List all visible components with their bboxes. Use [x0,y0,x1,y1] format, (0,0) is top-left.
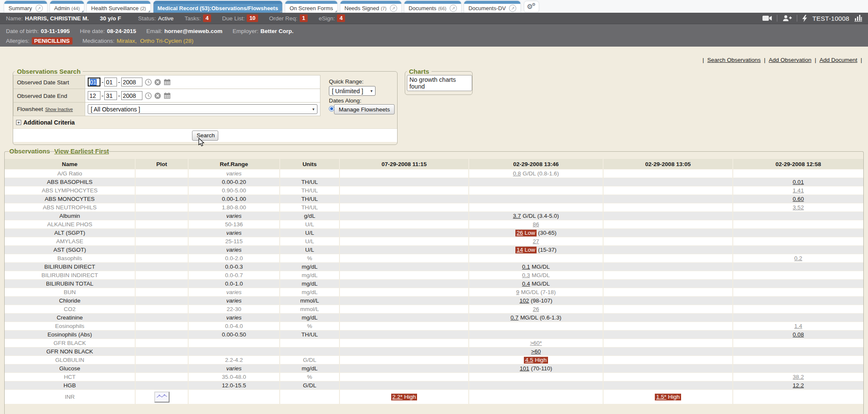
due-list-badge[interactable]: 10 [247,14,258,22]
value-cell [733,263,863,271]
plot-cell [136,381,189,390]
plot-sparkline-button[interactable] [154,392,170,403]
expand-plus-icon[interactable]: + [16,120,21,125]
tab-documents[interactable]: Documents(66)↗ [404,1,461,13]
tab-summary[interactable]: Summary↗ [4,1,47,13]
observation-value-link[interactable]: 1.5* [656,394,666,400]
value-cell: >60* [469,339,604,347]
add-person-icon[interactable] [782,15,792,22]
tab-health-surveillance[interactable]: Health Surveillance(2) [87,1,150,13]
allergy-badge[interactable]: PENICILLINS [32,37,72,44]
observation-value-link[interactable]: 14 [517,247,523,253]
growth-chart-icon[interactable] [854,15,862,22]
calendar-icon[interactable] [164,79,171,86]
external-link-icon[interactable]: ↗ [450,5,457,12]
clear-date-icon[interactable] [154,92,161,99]
add-document-link[interactable]: Add Document [819,57,857,63]
search-button[interactable]: Search [192,131,218,141]
tab-medical-record-53-observations-flowsheets[interactable]: Medical Record (53):Observations/Flowshe… [153,1,283,13]
observation-value-link[interactable]: 0.60 [793,196,804,202]
ref-range: 0.00-0.50 [189,331,280,339]
add-observation-link[interactable]: Add Observation [769,57,812,63]
tab-documents-dv[interactable]: Documents-DV↗ [464,1,520,13]
observation-value-link[interactable]: 101 [520,365,529,372]
external-link-icon[interactable]: ↗ [390,5,397,12]
observation-value-link[interactable]: 38.2 [793,374,804,380]
value-cell [340,314,469,322]
observation-value-link[interactable]: 102 [520,297,529,304]
units: U/L [280,220,340,229]
observation-value-link[interactable]: 0.8 [513,170,521,177]
observation-value-link[interactable]: 0.08 [793,331,804,338]
date-end-year-input[interactable]: 2008 [121,91,142,100]
observation-value-link[interactable]: 86 [533,221,539,228]
plot-cell [136,339,189,347]
date-end-day-input[interactable]: 31 [104,91,117,100]
value-cell [733,237,863,246]
observation-value-link[interactable]: 4.5 [525,357,533,363]
clock-icon[interactable] [145,79,152,86]
value-units-range: MG/DL [532,281,550,287]
observation-value-link[interactable]: 0.1 [522,264,530,270]
table-row: ABS MONOCYTES0.00-1.00TH/UL0.60 [5,195,863,203]
tab-on-screen-forms[interactable]: On Screen Forms [285,1,337,13]
observation-value-link[interactable]: 9 [516,289,520,295]
value-cell [340,237,469,246]
observation-value-link[interactable]: 27 [533,238,539,245]
observation-value-link[interactable]: >60 [531,348,541,355]
additional-criteria-row: + Additional Criteria [13,116,397,128]
observation-value-link[interactable]: 12.2 [793,382,804,389]
search-observations-link[interactable]: Search Observations [707,57,761,63]
external-link-icon[interactable]: ↗ [36,5,43,12]
medication-link[interactable]: Miralax [117,38,135,44]
flowsheet-row: FlowsheetShow Inactive [ All Observation… [13,103,397,116]
order-req-badge[interactable]: 1 [300,14,308,22]
ref-range: 25-115 [189,237,280,246]
observation-value-link[interactable]: 3.7 [513,213,521,219]
observation-value-link[interactable]: 1.41 [793,187,804,194]
medication-link[interactable]: Ortho Tri-Cyclen (28) [140,38,193,44]
date-start-day-input[interactable]: 01 [104,78,117,86]
show-inactive-link[interactable]: Show Inactive [45,107,73,112]
calendar-icon[interactable] [164,92,171,99]
table-row: Chloridevariesmmol/L102(98-107) [5,297,863,305]
lightning-icon[interactable] [802,15,807,22]
tab-label: Admin [54,5,70,11]
observation-value-link[interactable]: 26 [533,306,539,312]
plot-cell [136,212,189,220]
observation-name: Basophils [5,254,136,263]
observation-value-link[interactable]: 0.4 [522,281,530,287]
tab-settings[interactable]: ⚙⚙ [524,1,539,12]
tab-admin[interactable]: Admin(44) [50,1,84,13]
observation-value-link[interactable]: 26 [517,230,523,236]
observation-value-link[interactable]: 3.52 [793,204,804,211]
esign-badge[interactable]: 4 [337,14,345,22]
manage-flowsheets-button[interactable]: Manage Flowsheets [334,104,395,114]
video-camera-icon[interactable] [762,15,772,21]
plot-cell [136,373,189,381]
clock-icon[interactable] [145,92,152,99]
clear-date-icon[interactable] [154,79,161,86]
value-cell: 86 [469,220,604,229]
observation-value-link[interactable]: 0.3 [522,272,530,278]
external-link-icon[interactable]: ↗ [509,5,516,12]
quick-range-select[interactable]: [ Unlimited ]▾ [329,86,376,96]
observation-value-link[interactable]: >60* [530,340,542,346]
flowsheet-select[interactable]: [ All Observations ]▾ [88,104,317,114]
date-end-month-input[interactable]: 12 [88,91,100,100]
tab-needs-signed[interactable]: Needs Signed(7)↗ [340,1,401,13]
ref-range: 35.0-48.0 [189,373,280,381]
date-start-month-input[interactable]: 01 [88,78,100,86]
observation-value-link[interactable]: 0.7 [511,314,519,321]
table-row: BILIRUBIN DIRECT0.0-0.3mg/dL0.1MG/DL [5,263,863,271]
observation-value-link[interactable]: 2.2* [392,394,403,400]
observation-value-link[interactable]: 1.4 [794,323,802,329]
status-value: Active [158,15,174,22]
table-row: ALT (SGPT)variesU/L26 Low(30-65) [5,229,863,237]
tasks-badge[interactable]: 4 [203,14,211,22]
observation-value-link[interactable]: 0.01 [793,179,804,185]
tab-label: Documents [409,5,437,11]
date-start-year-input[interactable]: 2008 [121,78,142,86]
observation-value-link[interactable]: 0.2 [794,255,802,261]
name-value: HARRIS, CHRISTINE M. [25,15,89,22]
